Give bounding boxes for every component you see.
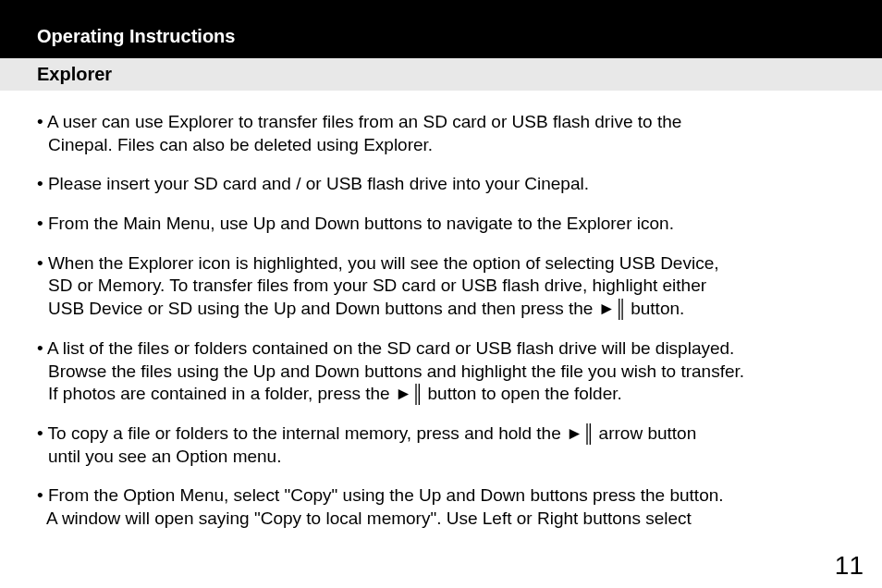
header-black: Operating Instructions: [0, 0, 882, 58]
bullet-7: • From the Option Menu, select "Copy" us…: [37, 484, 845, 530]
bullet-4-line-2: SD or Memory. To transfer files from you…: [37, 275, 845, 298]
bullet-6-line-1a: • To copy a file or folders to the inter…: [37, 423, 566, 443]
bullet-3: • From the Main Menu, use Up and Down bu…: [37, 213, 845, 236]
bullet-6: • To copy a file or folders to the inter…: [37, 423, 845, 468]
bullet-7-line-1: • From the Option Menu, select "Copy" us…: [37, 484, 845, 508]
bullet-1: • A user can use Explorer to transfer fi…: [37, 111, 845, 156]
bullet-6-line-1b: arrow button: [594, 423, 696, 443]
bullet-2-line-1: • Please insert your SD card and / or US…: [37, 173, 845, 196]
play-pause-icon: ►║: [566, 423, 594, 443]
bullet-4-line-3: USB Device or SD using the Up and Down b…: [37, 298, 845, 321]
bullet-4-line-1: • When the Explorer icon is highlighted,…: [37, 252, 845, 276]
bullet-1-line-2: Cinepal. Files can also be deleted using…: [37, 134, 845, 157]
bullet-4: • When the Explorer icon is highlighted,…: [37, 252, 845, 321]
bullet-5: • A list of the files or folders contain…: [37, 337, 845, 406]
bullet-5-line-2: Browse the files using the Up and Down b…: [37, 361, 845, 384]
bullet-1-line-1: • A user can use Explorer to transfer fi…: [37, 111, 845, 134]
bullet-5-line-3a: If photos are contained in a folder, pre…: [48, 384, 395, 403]
bullet-4-line-3a: USB Device or SD using the Up and Down b…: [48, 299, 598, 318]
play-pause-icon: ►║: [395, 384, 423, 403]
bullet-5-line-3: If photos are contained in a folder, pre…: [37, 383, 845, 406]
bullet-5-line-3b: button to open the folder.: [423, 384, 622, 403]
bullet-6-line-2: until you see an Option menu.: [37, 446, 845, 469]
bullet-3-line-1: • From the Main Menu, use Up and Down bu…: [37, 213, 845, 236]
content-body: • A user can use Explorer to transfer fi…: [0, 91, 882, 531]
header-gray: Explorer: [0, 58, 882, 91]
bullet-4-line-3b: button.: [626, 299, 684, 318]
page-number: 11: [835, 551, 864, 581]
bullet-6-line-1: • To copy a file or folders to the inter…: [37, 423, 845, 446]
bullet-5-line-1: • A list of the files or folders contain…: [37, 337, 845, 361]
play-pause-icon: ►║: [598, 299, 626, 318]
bullet-7-line-2: A window will open saying "Copy to local…: [37, 508, 845, 531]
bullet-2: • Please insert your SD card and / or US…: [37, 173, 845, 196]
